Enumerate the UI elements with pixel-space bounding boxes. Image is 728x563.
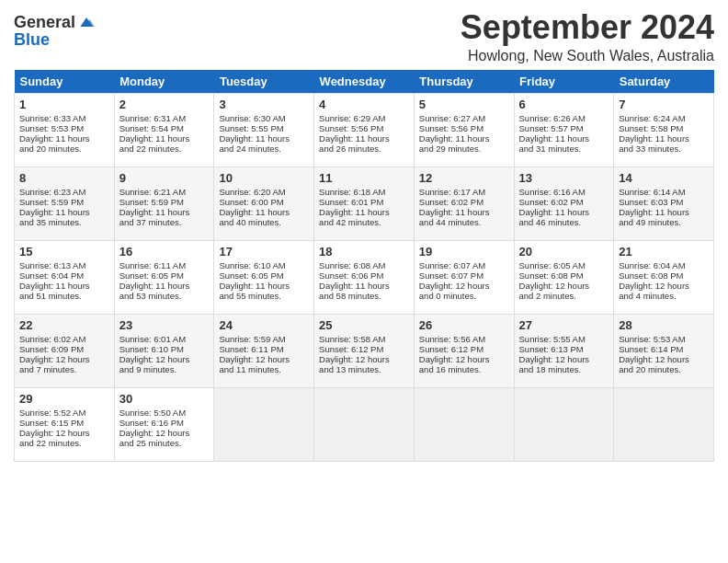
table-row: 20Sunrise: 6:05 AMSunset: 6:08 PMDayligh… [514,240,614,314]
table-row: 3Sunrise: 6:30 AMSunset: 5:55 PMDaylight… [214,93,314,167]
table-row [314,387,415,461]
table-row [514,387,614,461]
title-section: September 2024 Howlong, New South Wales,… [461,9,714,64]
table-row: 22Sunrise: 6:02 AMSunset: 6:09 PMDayligh… [15,314,115,387]
table-row: 12Sunrise: 6:17 AMSunset: 6:02 PMDayligh… [414,167,514,240]
th-friday: Friday [514,70,614,94]
logo-icon [77,13,96,31]
header-row: Sunday Monday Tuesday Wednesday Thursday… [15,70,714,94]
table-row: 14Sunrise: 6:14 AMSunset: 6:03 PMDayligh… [614,167,714,240]
table-row: 6Sunrise: 6:26 AMSunset: 5:57 PMDaylight… [514,93,614,167]
location-title: Howlong, New South Wales, Australia [461,48,714,64]
table-row: 10Sunrise: 6:20 AMSunset: 6:00 PMDayligh… [214,167,314,240]
table-row: 9Sunrise: 6:21 AMSunset: 5:59 PMDaylight… [114,167,214,240]
table-row: 5Sunrise: 6:27 AMSunset: 5:56 PMDaylight… [414,93,514,167]
th-thursday: Thursday [414,70,514,94]
logo-blue: Blue [14,31,50,48]
table-row [414,387,514,461]
main-container: General Blue September 2024 Howlong, New… [0,0,728,471]
header: General Blue September 2024 Howlong, New… [14,9,714,64]
table-row: 15Sunrise: 6:13 AMSunset: 6:04 PMDayligh… [15,240,115,314]
th-sunday: Sunday [15,70,115,94]
table-row: 29Sunrise: 5:52 AMSunset: 6:15 PMDayligh… [15,387,115,461]
table-row: 24Sunrise: 5:59 AMSunset: 6:11 PMDayligh… [214,314,314,387]
table-row: 13Sunrise: 6:16 AMSunset: 6:02 PMDayligh… [514,167,614,240]
table-row: 17Sunrise: 6:10 AMSunset: 6:05 PMDayligh… [214,240,314,314]
th-saturday: Saturday [614,70,714,94]
logo-general: General [14,14,75,30]
table-row [214,387,314,461]
table-row: 23Sunrise: 6:01 AMSunset: 6:10 PMDayligh… [114,314,214,387]
table-row: 2Sunrise: 6:31 AMSunset: 5:54 PMDaylight… [114,93,214,167]
table-row: 7Sunrise: 6:24 AMSunset: 5:58 PMDaylight… [614,93,714,167]
th-monday: Monday [114,70,214,94]
table-row: 8Sunrise: 6:23 AMSunset: 5:59 PMDaylight… [15,167,115,240]
table-row: 25Sunrise: 5:58 AMSunset: 6:12 PMDayligh… [314,314,415,387]
th-tuesday: Tuesday [214,70,314,94]
calendar-table: Sunday Monday Tuesday Wednesday Thursday… [14,70,714,462]
table-row: 28Sunrise: 5:53 AMSunset: 6:14 PMDayligh… [614,314,714,387]
table-row: 18Sunrise: 6:08 AMSunset: 6:06 PMDayligh… [314,240,415,314]
table-row: 27Sunrise: 5:55 AMSunset: 6:13 PMDayligh… [514,314,614,387]
table-row: 19Sunrise: 6:07 AMSunset: 6:07 PMDayligh… [414,240,514,314]
table-row: 30Sunrise: 5:50 AMSunset: 6:16 PMDayligh… [114,387,214,461]
table-row: 26Sunrise: 5:56 AMSunset: 6:12 PMDayligh… [414,314,514,387]
table-row: 4Sunrise: 6:29 AMSunset: 5:56 PMDaylight… [314,93,415,167]
th-wednesday: Wednesday [314,70,415,94]
table-row: 16Sunrise: 6:11 AMSunset: 6:05 PMDayligh… [114,240,214,314]
month-title: September 2024 [461,9,714,46]
table-row: 1Sunrise: 6:33 AMSunset: 5:53 PMDaylight… [15,93,115,167]
table-row [614,387,714,461]
logo: General Blue [14,13,96,48]
table-row: 11Sunrise: 6:18 AMSunset: 6:01 PMDayligh… [314,167,415,240]
table-row: 21Sunrise: 6:04 AMSunset: 6:08 PMDayligh… [614,240,714,314]
